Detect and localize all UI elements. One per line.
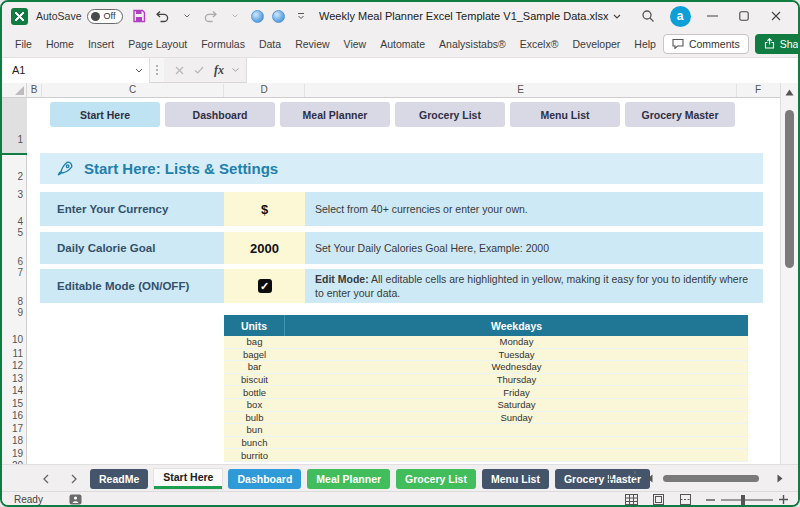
formula-input[interactable] <box>246 58 798 83</box>
cancel-icon[interactable] <box>170 61 188 79</box>
qat-custom-icon-2[interactable] <box>272 10 285 23</box>
search-icon[interactable] <box>632 3 664 29</box>
add-sheet-icon[interactable] <box>600 470 618 488</box>
unit-cell[interactable]: bottle <box>224 386 285 398</box>
accessibility-icon[interactable] <box>69 494 82 505</box>
row-header[interactable]: 11 <box>2 348 23 359</box>
insert-function-icon[interactable]: fx <box>210 61 228 79</box>
v-scroll-thumb[interactable] <box>785 110 794 268</box>
currency-input-cell[interactable]: $ <box>224 192 305 226</box>
weekday-cell[interactable]: Wednesday <box>285 361 748 373</box>
qat-custom-icon-1[interactable] <box>251 10 264 23</box>
horizontal-scrollbar[interactable] <box>647 472 794 485</box>
zoom-in-icon[interactable] <box>779 495 788 504</box>
ribbon-tab-automate[interactable]: Automate <box>373 30 432 58</box>
ribbon-tab-developer[interactable]: Developer <box>565 30 627 58</box>
sheet-tab-readme[interactable]: ReadMe <box>90 469 148 489</box>
row-header[interactable]: 19 <box>2 448 23 459</box>
column-header-c[interactable]: C <box>42 84 224 97</box>
weekday-cell[interactable]: Sunday <box>285 412 748 424</box>
sheet-nav-right-icon[interactable] <box>66 471 82 487</box>
unit-cell[interactable]: bunch <box>224 437 285 449</box>
save-icon[interactable] <box>131 8 147 24</box>
unit-cell[interactable]: bagel <box>224 349 285 361</box>
name-box[interactable]: A1 <box>2 58 150 83</box>
row-header[interactable]: 2 <box>2 171 23 182</box>
row-header[interactable]: 1 <box>2 134 23 145</box>
row-header[interactable]: 8 <box>2 296 23 307</box>
unit-cell[interactable]: box <box>224 399 285 411</box>
editable-mode-cell[interactable]: ✓ <box>224 269 305 303</box>
zoom-slider-knob[interactable] <box>741 495 745 505</box>
unit-cell[interactable]: biscuit <box>224 374 285 386</box>
zoom-slider[interactable] <box>721 499 773 501</box>
column-header-b[interactable]: B <box>27 84 42 97</box>
minimize-icon[interactable] <box>696 3 728 29</box>
nav-button-grocery-list[interactable]: Grocery List <box>395 102 505 127</box>
sheet-nav-left-icon[interactable] <box>38 471 54 487</box>
row-header[interactable]: 18 <box>2 435 23 446</box>
weekday-cell[interactable] <box>285 424 748 436</box>
ribbon-tab-home[interactable]: Home <box>39 30 81 58</box>
sheet-tab-menu-list[interactable]: Menu List <box>482 469 549 489</box>
undo-icon[interactable] <box>155 8 171 24</box>
v-scroll-up-icon[interactable] <box>785 89 794 96</box>
editable-mode-checkbox-icon[interactable]: ✓ <box>258 279 272 293</box>
ribbon-tab-insert[interactable]: Insert <box>81 30 121 58</box>
row-header[interactable]: 12 <box>2 360 23 371</box>
ribbon-tab-excelx[interactable]: Excelx® <box>513 30 566 58</box>
nav-button-menu-list[interactable]: Menu List <box>510 102 620 127</box>
unit-cell[interactable]: bag <box>224 336 285 348</box>
unit-cell[interactable]: bun <box>224 424 285 436</box>
calorie-goal-input-cell[interactable]: 2000 <box>224 232 305 264</box>
all-sheets-icon[interactable] <box>630 471 640 483</box>
sheet-tab-start-here[interactable]: Start Here <box>154 469 222 489</box>
ribbon-tab-help[interactable]: Help <box>627 30 663 58</box>
row-header[interactable]: 7 <box>2 267 23 278</box>
vertical-scrollbar[interactable] <box>780 83 798 464</box>
page-break-view-icon[interactable] <box>679 494 692 505</box>
row-header[interactable]: 4 <box>2 216 23 227</box>
ribbon-tab-file[interactable]: File <box>8 30 39 58</box>
weekday-cell[interactable]: Thursday <box>285 374 748 386</box>
zoom-out-icon[interactable] <box>706 499 715 501</box>
sheet-tab-dashboard[interactable]: Dashboard <box>228 469 301 489</box>
ribbon-tab-view[interactable]: View <box>337 30 374 58</box>
close-icon[interactable] <box>760 3 792 29</box>
h-scroll-right-icon[interactable] <box>777 474 783 483</box>
weekday-cell[interactable]: Tuesday <box>285 349 748 361</box>
qat-overflow-chevron-icon[interactable] <box>293 8 309 24</box>
autosave-toggle[interactable]: Off <box>87 9 123 24</box>
redo-icon[interactable] <box>203 8 219 24</box>
name-box-chevron-icon[interactable] <box>135 68 149 73</box>
nav-button-start-here[interactable]: Start Here <box>50 102 160 127</box>
undo-chevron-icon[interactable] <box>179 8 195 24</box>
weekday-cell[interactable] <box>285 449 748 461</box>
fx-chevron-icon[interactable] <box>230 61 240 79</box>
row-header[interactable]: 13 <box>2 373 23 384</box>
h-scroll-left-icon[interactable] <box>647 474 653 483</box>
nav-button-meal-planner[interactable]: Meal Planner <box>280 102 390 127</box>
row-header[interactable]: 10 <box>2 334 23 345</box>
ribbon-tab-review[interactable]: Review <box>288 30 336 58</box>
row-header[interactable]: 14 <box>2 385 23 396</box>
weekday-cell[interactable]: Monday <box>285 336 748 348</box>
ribbon-tab-data[interactable]: Data <box>252 30 288 58</box>
normal-view-icon[interactable] <box>625 494 638 505</box>
nav-button-grocery-master[interactable]: Grocery Master <box>625 102 735 127</box>
unit-cell[interactable]: bulb <box>224 412 285 424</box>
document-title[interactable]: Weekly Meal Planner Excel Template V1_Sa… <box>309 10 632 22</box>
row-header[interactable]: 6 <box>2 256 23 267</box>
row-header[interactable]: 9 <box>2 307 23 318</box>
ribbon-tab-formulas[interactable]: Formulas <box>194 30 252 58</box>
row-header[interactable]: 5 <box>2 227 23 238</box>
share-button[interactable]: Share <box>755 34 800 54</box>
column-header-f[interactable]: F <box>737 84 779 97</box>
row-header[interactable]: 16 <box>2 410 23 421</box>
select-all-corner[interactable] <box>2 83 27 98</box>
page-layout-view-icon[interactable] <box>652 494 665 505</box>
maximize-icon[interactable] <box>728 3 760 29</box>
ribbon-tab-page-layout[interactable]: Page Layout <box>121 30 194 58</box>
row-header[interactable]: 3 <box>2 189 23 200</box>
weekday-cell[interactable]: Saturday <box>285 399 748 411</box>
